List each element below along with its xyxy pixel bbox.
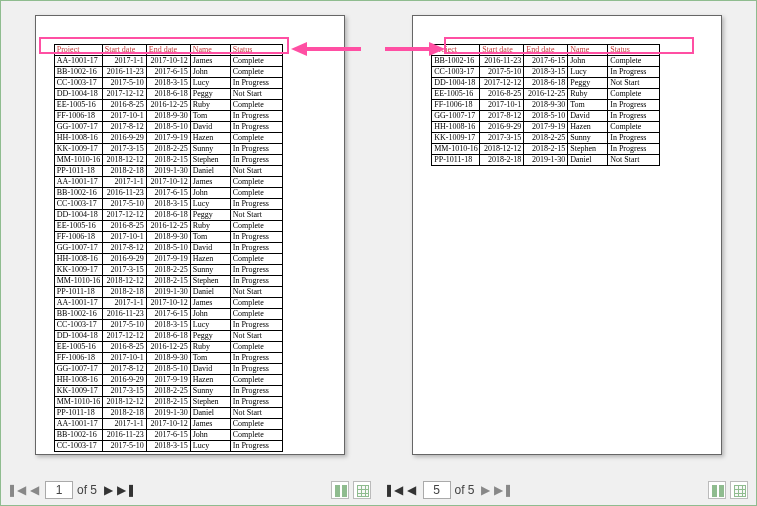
table-cell: John <box>190 67 230 78</box>
last-page-button[interactable]: ▶❚ <box>119 481 133 499</box>
header-name: Name <box>190 45 230 56</box>
multi-page-view-button[interactable] <box>708 481 726 499</box>
table-cell: Peggy <box>190 89 230 100</box>
table-cell: Tom <box>568 100 608 111</box>
table-cell: In Progress <box>608 144 660 155</box>
table-cell: 2017-6-15 <box>146 309 190 320</box>
page-input[interactable]: 1 <box>45 481 73 499</box>
table-cell: 2016-11-23 <box>102 67 146 78</box>
table-cell: Stephen <box>190 276 230 287</box>
table-row: DD-1004-182017-12-122018-6-18PeggyNot St… <box>54 89 282 100</box>
table-cell: DD-1004-18 <box>54 210 102 221</box>
table-cell: 2017-10-12 <box>146 419 190 430</box>
header-start: Start date <box>480 45 524 56</box>
table-row: HH-1008-162016-9-292017-9-19HazenComplet… <box>432 122 660 133</box>
prev-page-button[interactable]: ◀ <box>27 481 41 499</box>
table-cell: In Progress <box>230 232 282 243</box>
table-cell: 2018-2-15 <box>146 155 190 166</box>
page-input[interactable]: 5 <box>423 481 451 499</box>
table-cell: John <box>190 309 230 320</box>
table-cell: 2018-2-18 <box>102 287 146 298</box>
table-row: EE-1005-162016-8-252016-12-25RubyComplet… <box>54 100 282 111</box>
table-cell: FF-1006-18 <box>432 100 480 111</box>
table-cell: Complete <box>230 67 282 78</box>
table-cell: 2016-12-25 <box>146 342 190 353</box>
table-row: EE-1005-162016-8-252016-12-25RubyComplet… <box>54 342 282 353</box>
table-row: KK-1009-172017-3-152018-2-25SunnyIn Prog… <box>432 133 660 144</box>
next-page-button[interactable]: ▶ <box>101 481 115 499</box>
table-cell: Peggy <box>190 331 230 342</box>
page-total: of 5 <box>77 483 97 497</box>
table-cell: PP-1011-18 <box>54 166 102 177</box>
table-row: MM-1010-162018-12-122018-2-15StephenIn P… <box>54 155 282 166</box>
table-cell: 2016-9-29 <box>102 254 146 265</box>
table-cell: GG-1007-17 <box>432 111 480 122</box>
table-row: HH-1008-162016-9-292017-9-19HazenComplet… <box>54 133 282 144</box>
first-page-button[interactable]: ❚◀ <box>387 481 401 499</box>
table-cell: 2016-9-29 <box>102 133 146 144</box>
table-cell: 2018-5-10 <box>524 111 568 122</box>
multi-page-view-button[interactable] <box>331 481 349 499</box>
table-cell: Daniel <box>190 287 230 298</box>
table-row: PP-1011-182018-2-182019-1-30DanielNot St… <box>54 408 282 419</box>
table-cell: HH-1008-16 <box>432 122 480 133</box>
table-row: GG-1007-172017-8-122018-5-10DavidIn Prog… <box>54 243 282 254</box>
table-cell: PP-1011-18 <box>54 287 102 298</box>
table-cell: Hazen <box>190 133 230 144</box>
table-cell: James <box>190 56 230 67</box>
table-cell: 2017-1-1 <box>102 298 146 309</box>
table-cell: CC-1003-17 <box>54 199 102 210</box>
table-cell: In Progress <box>230 155 282 166</box>
table-row: BB-1002-162016-11-232017-6-15JohnComplet… <box>54 188 282 199</box>
table-cell: Complete <box>230 221 282 232</box>
page-margins-button[interactable] <box>730 481 748 499</box>
table-cell: 2018-2-25 <box>146 144 190 155</box>
table-cell: CC-1003-17 <box>432 67 480 78</box>
table-cell: 2017-8-12 <box>102 243 146 254</box>
table-cell: 2018-9-30 <box>146 232 190 243</box>
table-row: PP-1011-182018-2-182019-1-30DanielNot St… <box>432 155 660 166</box>
table-cell: In Progress <box>608 111 660 122</box>
next-page-button[interactable]: ▶ <box>479 481 493 499</box>
table-cell: John <box>568 56 608 67</box>
table-cell: MM-1010-16 <box>54 397 102 408</box>
table-cell: James <box>190 298 230 309</box>
table-cell: Not Start <box>608 155 660 166</box>
page-margins-button[interactable] <box>353 481 371 499</box>
first-page-button[interactable]: ❚◀ <box>9 481 23 499</box>
table-cell: 2017-12-12 <box>102 331 146 342</box>
table-cell: DD-1004-18 <box>432 78 480 89</box>
table-cell: KK-1009-17 <box>54 265 102 276</box>
table-row: EE-1005-162016-8-252016-12-25RubyComplet… <box>54 221 282 232</box>
table-cell: Stephen <box>568 144 608 155</box>
table-row: AA-1001-172017-1-12017-10-12JamesComplet… <box>54 56 282 67</box>
table-row: MM-1010-162018-12-122018-2-15StephenIn P… <box>54 276 282 287</box>
prev-page-button[interactable]: ◀ <box>405 481 419 499</box>
last-page-button[interactable]: ▶❚ <box>497 481 511 499</box>
table-row: BB-1002-162016-11-232017-6-15JohnComplet… <box>54 67 282 78</box>
table-cell: 2017-5-10 <box>102 78 146 89</box>
table-cell: 2017-1-1 <box>102 56 146 67</box>
right-pane: Project Start date End date Name Status … <box>379 1 757 476</box>
table-cell: Complete <box>230 100 282 111</box>
table-cell: GG-1007-17 <box>54 364 102 375</box>
table-cell: 2018-3-15 <box>146 441 190 452</box>
footer-bar: ❚◀ ◀ 1 of 5 ▶ ▶❚ ❚◀ ◀ 5 of 5 ▶ ▶❚ <box>1 475 756 505</box>
table-cell: 2018-6-18 <box>524 78 568 89</box>
table-cell: Sunny <box>568 133 608 144</box>
table-cell: In Progress <box>230 386 282 397</box>
table-row: PP-1011-182018-2-182019-1-30DanielNot St… <box>54 166 282 177</box>
table-cell: Not Start <box>230 210 282 221</box>
table-cell: Hazen <box>190 375 230 386</box>
table-cell: Not Start <box>230 408 282 419</box>
table-cell: 2017-3-15 <box>102 144 146 155</box>
table-cell: 2017-9-19 <box>146 254 190 265</box>
table-cell: 2016-8-25 <box>102 221 146 232</box>
table-cell: Complete <box>608 56 660 67</box>
table-row: FF-1006-182017-10-12018-9-30TomIn Progre… <box>432 100 660 111</box>
table-row: PP-1011-182018-2-182019-1-30DanielNot St… <box>54 287 282 298</box>
table-cell: 2018-3-15 <box>524 67 568 78</box>
table-cell: BB-1002-16 <box>54 430 102 441</box>
table-cell: 2018-12-12 <box>480 144 524 155</box>
table-cell: BB-1002-16 <box>54 188 102 199</box>
